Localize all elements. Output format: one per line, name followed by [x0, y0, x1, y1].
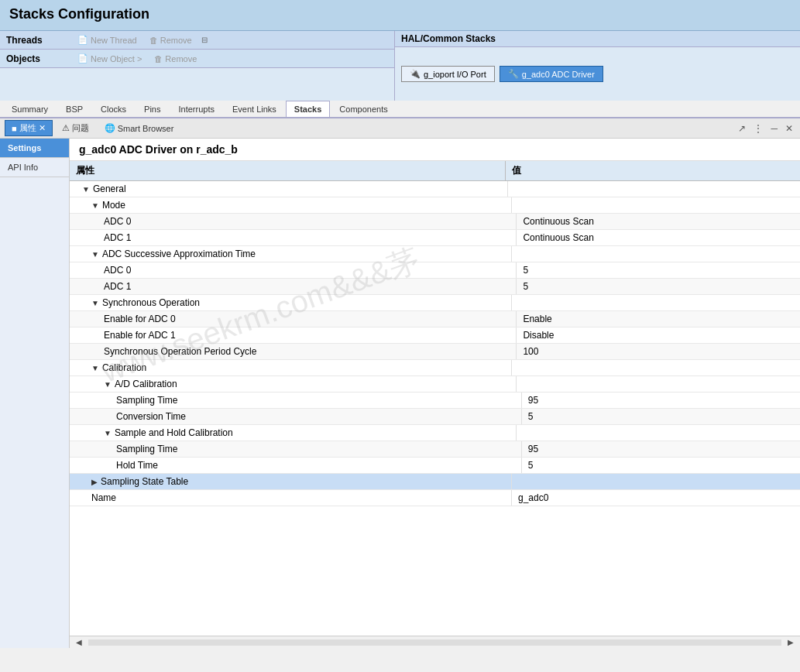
tab-components[interactable]: Components [331, 101, 396, 117]
table-row[interactable]: ADC 0 5 [70, 262, 800, 279]
toolbar-minimize-icon[interactable]: ─ [768, 122, 780, 135]
prop-label: Enable for ADC 0 [70, 311, 517, 327]
scroll-right-arrow[interactable]: ▶ [785, 638, 797, 646]
header-value: 值 [506, 161, 800, 180]
tab-eventlinks[interactable]: Event Links [224, 101, 285, 117]
issues-label: 问题 [72, 122, 89, 134]
prop-value: 5 [517, 262, 800, 278]
remove-thread-button[interactable]: 🗑 Remove [146, 34, 195, 46]
prop-label: Enable for ADC 1 [70, 327, 517, 343]
objects-label: Objects [6, 53, 68, 64]
tab-bsp[interactable]: BSP [57, 101, 91, 117]
sidebar-tab-settings[interactable]: Settings [0, 139, 69, 158]
table-row[interactable]: Enable for ADC 0 Enable [70, 311, 800, 327]
table-row[interactable]: Enable for ADC 1 Disable [70, 327, 800, 344]
table-row: ▼Synchronous Operation [70, 295, 800, 311]
scroll-track[interactable] [88, 639, 781, 646]
hal-chips: 🔌 g_ioport I/O Port 🔧 g_adc0 ADC Driver [395, 47, 800, 101]
adc0-icon: 🔧 [508, 69, 519, 79]
threads-label: Threads [6, 35, 68, 46]
tab-stacks[interactable]: Stacks [286, 101, 330, 117]
prop-value: Continuous Scan [517, 214, 800, 229]
prop-label: Sampling Time [70, 441, 522, 457]
props-grid[interactable]: 属性 值 ▼General ▼Mode ADC 0 Continuous Sca… [70, 161, 800, 636]
table-row[interactable]: ADC 0 Continuous Scan [70, 214, 800, 230]
props-square-icon: ■ [12, 124, 17, 133]
page-title: Stacks Configuration [9, 6, 791, 22]
props-tab-browser[interactable]: 🌐 Smart Browser [98, 122, 180, 135]
ioport-label: g_ioport I/O Port [424, 70, 486, 79]
props-tab-close[interactable]: ✕ [39, 123, 46, 133]
stacks-panel: Threads 📄 New Thread 🗑 Remove ⊟ Objects … [0, 31, 800, 101]
table-row[interactable]: Sampling Time 95 [70, 393, 800, 409]
threads-separator: ⊟ [201, 36, 208, 44]
table-row[interactable]: Name g_adc0 [70, 490, 800, 506]
prop-label: ▼ADC Successive Approximation Time [70, 246, 512, 262]
props-tab-issues[interactable]: ⚠ 问题 [56, 121, 95, 135]
table-row: ▼A/D Calibration [70, 376, 800, 393]
prop-label: Conversion Time [70, 409, 522, 424]
prop-label: ▼A/D Calibration [70, 376, 517, 392]
ioport-icon: 🔌 [410, 69, 421, 79]
prop-label: ADC 1 [70, 230, 517, 245]
new-object-button[interactable]: 📄 New Object > [74, 52, 145, 65]
toolbar-menu-icon[interactable]: ⋮ [751, 122, 765, 135]
props-toolbar-left: ■ 属性 ✕ ⚠ 问题 🌐 Smart Browser [5, 120, 180, 136]
main-content: Settings API Info g_adc0 ADC Driver on r… [0, 139, 800, 648]
prop-label: ▼Synchronous Operation [70, 295, 512, 310]
issues-icon: ⚠ [62, 123, 70, 133]
new-thread-icon: 📄 [77, 35, 88, 45]
new-thread-button[interactable]: 📄 New Thread [74, 33, 140, 46]
tab-interrupts[interactable]: Interrupts [170, 101, 223, 117]
hal-panel: HAL/Common Stacks 🔌 g_ioport I/O Port 🔧 … [395, 31, 800, 101]
prop-value [512, 246, 800, 262]
prop-label: ADC 1 [70, 279, 517, 294]
table-row: ▼ADC Successive Approximation Time [70, 246, 800, 262]
scroll-left-arrow[interactable]: ◀ [73, 638, 85, 646]
toolbar-close-icon[interactable]: ✕ [783, 122, 795, 135]
header: Stacks Configuration [0, 0, 800, 31]
prop-value [512, 360, 800, 375]
prop-value: 95 [522, 441, 800, 457]
prop-label: ▼Mode [70, 197, 512, 213]
table-row[interactable]: Synchronous Operation Period Cycle 100 [70, 344, 800, 360]
tab-clocks[interactable]: Clocks [92, 101, 135, 117]
left-sidebar: Settings API Info [0, 139, 70, 648]
table-row[interactable]: Conversion Time 5 [70, 409, 800, 425]
table-row[interactable]: ▶Sampling State Table [70, 474, 800, 490]
props-toolbar-right: ↗ ⋮ ─ ✕ [736, 122, 795, 135]
props-tab-label: 属性 [19, 122, 36, 134]
table-row: ▼General [70, 181, 800, 197]
table-row: ▼Calibration [70, 360, 800, 376]
new-object-icon: 📄 [77, 53, 88, 63]
header-property: 属性 [70, 161, 506, 180]
tab-summary[interactable]: Summary [3, 101, 57, 117]
table-row[interactable]: ADC 1 Continuous Scan [70, 230, 800, 246]
remove-object-icon: 🗑 [154, 54, 163, 63]
prop-value [508, 181, 800, 197]
bottom-scrollbar[interactable]: ◀ ▶ [70, 636, 800, 648]
props-tab-properties[interactable]: ■ 属性 ✕ [5, 120, 53, 136]
prop-label: ▶Sampling State Table [70, 474, 512, 489]
prop-value: Disable [517, 327, 800, 343]
remove-object-button[interactable]: 🗑 Remove [151, 53, 200, 65]
toolbar-external-icon[interactable]: ↗ [736, 122, 748, 135]
hal-chip-ioport[interactable]: 🔌 g_ioport I/O Port [401, 66, 495, 82]
prop-label: Name [70, 490, 512, 506]
table-row[interactable]: Hold Time 5 [70, 458, 800, 474]
component-title: g_adc0 ADC Driver on r_adc_b [70, 139, 800, 161]
prop-value [512, 474, 800, 489]
prop-value: Continuous Scan [517, 230, 800, 245]
threads-header: Threads 📄 New Thread 🗑 Remove ⊟ [0, 31, 394, 50]
sidebar-tab-apiinfo[interactable]: API Info [0, 158, 69, 177]
prop-label: ADC 0 [70, 262, 517, 278]
hal-label: HAL/Common Stacks [401, 33, 496, 44]
prop-value [517, 376, 800, 392]
prop-value: 5 [517, 279, 800, 294]
hal-chip-adc0[interactable]: 🔧 g_adc0 ADC Driver [500, 66, 603, 82]
tab-pins[interactable]: Pins [136, 101, 169, 117]
prop-label: Sampling Time [70, 393, 522, 408]
table-row: ▼Sample and Hold Calibration [70, 425, 800, 441]
table-row[interactable]: Sampling Time 95 [70, 441, 800, 458]
table-row[interactable]: ADC 1 5 [70, 279, 800, 295]
